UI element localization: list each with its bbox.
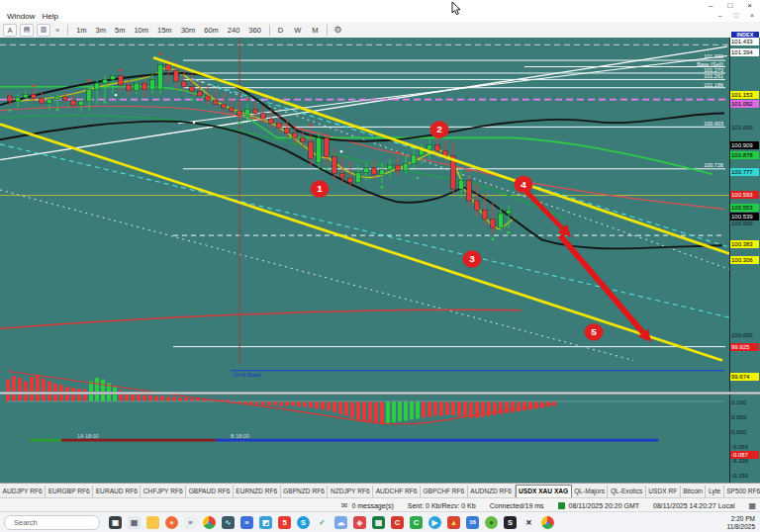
candle-body [32, 94, 37, 99]
chart-template-icon[interactable]: ▤ [20, 24, 34, 37]
candle-body [103, 79, 108, 83]
checkmark-app-icon[interactable]: ✓ [316, 516, 329, 529]
taskbar-clock[interactable]: 2:20 PM 11/8/2025 [727, 515, 755, 530]
timeframe-360[interactable]: 360 [245, 25, 264, 36]
green-circle-app-icon[interactable]: ● [485, 516, 498, 529]
gear-icon[interactable]: ⚙ [334, 25, 342, 35]
chart-tab-gbpchf-rf6[interactable]: GBPCHF RF6 [421, 486, 468, 497]
price-chart-canvas[interactable]: 101.330Base (Sell)101.273101.261101.1861… [0, 38, 729, 483]
windows-taskbar: Search ▣▦●≡●∿≡◩5S✓☁◆▤CC▶▲16●S✕● 2:20 PM … [0, 511, 760, 532]
text-label-icon[interactable]: A [3, 24, 17, 37]
connection-status-icon [558, 502, 565, 509]
x-app-icon[interactable]: ✕ [522, 516, 535, 529]
chrome-icon-2[interactable]: ● [541, 516, 554, 529]
histogram-bar [428, 401, 431, 417]
pane-splitter[interactable] [0, 392, 760, 395]
chart-tab-usdx-xau-xag[interactable]: USDX XAU XAG [516, 485, 572, 498]
red-app-icon[interactable]: ◆ [353, 516, 366, 529]
stream-app-icon[interactable]: S [504, 516, 517, 529]
timeframe-group: 1m3m5m10m15m30m60m240360 [73, 25, 264, 36]
price-axis-label: 101.394 [730, 48, 759, 56]
window-minimize-button[interactable]: – [709, 1, 712, 10]
histogram-bar [309, 401, 313, 407]
chart-tab-euraud-rf6[interactable]: EURAUD RF6 [93, 486, 141, 497]
calculator-icon[interactable]: ▦ [128, 516, 141, 529]
status-gmt-time: 08/11/2025 20:20 GMT [569, 502, 639, 509]
histogram-bar [6, 380, 10, 401]
chart-tab-bitcoin[interactable]: Bitcoin [681, 486, 707, 497]
app-c-red-icon[interactable]: C [391, 516, 404, 529]
browser-orange-icon[interactable]: ● [165, 516, 178, 529]
file-explorer-icon[interactable] [146, 516, 159, 529]
photos-icon[interactable]: ◩ [259, 516, 272, 529]
histogram-bar [534, 401, 538, 408]
calendar-icon[interactable]: 16 [466, 516, 479, 529]
candle-body [269, 119, 274, 124]
indicator-current-value: -0.087 [730, 451, 759, 459]
menu-help[interactable]: Help [42, 12, 57, 21]
menu-window[interactable]: Window [7, 12, 35, 21]
trading-app-icon[interactable]: ∿ [222, 516, 235, 529]
time-marker-label: 1A 18:00 [77, 433, 99, 439]
candle-body [190, 87, 195, 92]
excel-icon[interactable]: ▤ [372, 516, 385, 529]
chart-tab-gbpaud-rf6[interactable]: GBPAUD RF6 [186, 486, 234, 497]
timeframe-240[interactable]: 240 [225, 25, 243, 36]
search-input[interactable]: Search [4, 515, 100, 530]
chart-tab-gbpnzd-rf6[interactable]: GBPNZD RF6 [281, 486, 329, 497]
chart-pane[interactable]: 101.330Base (Sell)101.273101.261101.1861… [0, 38, 729, 483]
candle-body [63, 97, 68, 101]
histogram-bar [160, 396, 164, 401]
window-maximize-button[interactable]: □ [727, 1, 732, 10]
alert-app-icon[interactable]: ▲ [447, 516, 460, 529]
cloud-app-icon[interactable]: ☁ [334, 516, 347, 529]
window-close-button[interactable]: × [747, 1, 752, 10]
chart-tab-eurnzd-rf6[interactable]: EURNZD RF6 [234, 486, 281, 497]
app-5-icon[interactable]: 5 [278, 516, 291, 529]
timeframe-3m[interactable]: 3m [93, 25, 109, 36]
document-app-icon[interactable]: ≡ [184, 516, 197, 529]
timeframe-1m[interactable]: 1m [73, 25, 89, 36]
chart-tab-chfjpy-rf6[interactable]: CHFJPY RF6 [141, 486, 186, 497]
period-M[interactable]: M [309, 25, 321, 36]
chart-tab-nzdjpy-rf6[interactable]: NZDJPY RF6 [328, 486, 373, 497]
notes-icon[interactable]: ≡ [240, 516, 253, 529]
period-W[interactable]: W [291, 25, 304, 36]
task-view-icon[interactable]: ▣ [109, 516, 122, 529]
chrome-icon[interactable]: ● [203, 516, 216, 529]
candle-body [71, 101, 76, 106]
timeframe-5m[interactable]: 5m [112, 25, 128, 36]
chart-tab-usdx-rf[interactable]: USDX RF [646, 486, 681, 497]
chart-tab-audnzd-rf6[interactable]: AUDNZD RF6 [468, 486, 516, 497]
timeframe-10m[interactable]: 10m [131, 25, 151, 36]
chart-tab-audchf-rf6[interactable]: AUDCHF RF6 [373, 486, 421, 497]
chart-minimize-button[interactable]: – [718, 12, 722, 20]
histogram-bar [261, 401, 265, 405]
chart-template-icon-2[interactable]: ▥ [37, 24, 50, 37]
chart-restore-button[interactable]: □ [734, 12, 738, 20]
toolbar-overflow-icon[interactable]: » [52, 25, 62, 36]
skype-icon[interactable]: S [297, 516, 310, 529]
period-D[interactable]: D [275, 25, 286, 36]
fractal-dot-red [246, 98, 249, 101]
timeframe-60m[interactable]: 60m [201, 25, 222, 36]
chart-tab-ql-exotics[interactable]: QL-Exotics [608, 486, 645, 497]
chart-tab-ql-majors[interactable]: QL-Majors [572, 486, 609, 497]
histogram-bar [451, 401, 455, 415]
candle-body [119, 76, 124, 85]
chart-close-button[interactable]: × [750, 12, 754, 20]
chart-tab-eurgbp-rf6[interactable]: EURGBP RF6 [46, 486, 93, 497]
timeframe-15m[interactable]: 15m [154, 25, 175, 36]
black-upper-band [0, 73, 724, 141]
histogram-bar [285, 401, 289, 406]
histogram-bar [356, 401, 360, 419]
app-c-green-icon[interactable]: C [410, 516, 423, 529]
timeframe-30m[interactable]: 30m [178, 25, 199, 36]
signal-dot-white [193, 122, 196, 124]
candle-body [380, 170, 385, 175]
chart-tab-sp500-rf6[interactable]: SP500 RF6 [724, 486, 760, 497]
chart-tab-lyte[interactable]: Lyte [706, 486, 723, 497]
chart-tab-audjpy-rf6[interactable]: AUDJPY RF6 [0, 486, 46, 497]
candle-body [428, 145, 432, 150]
telegram-icon[interactable]: ▶ [428, 516, 441, 529]
